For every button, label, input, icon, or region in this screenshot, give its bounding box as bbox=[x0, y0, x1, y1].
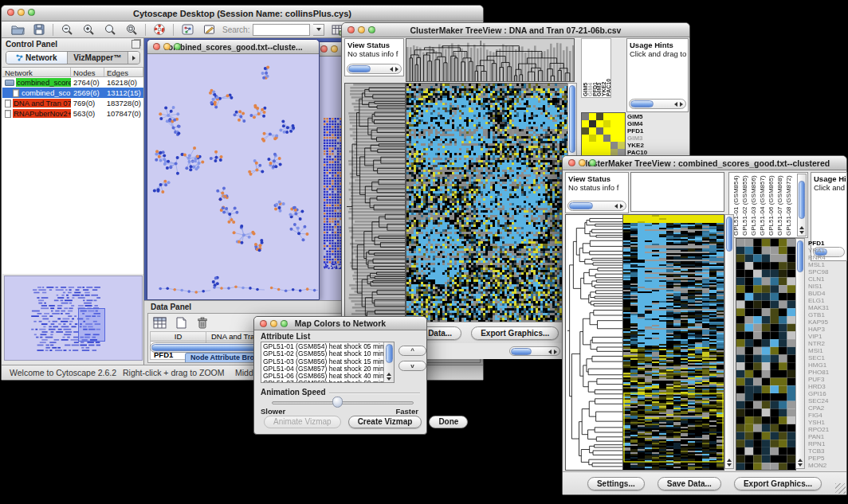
gene-label[interactable]: CPA2 bbox=[808, 404, 846, 412]
scrollbar-thumb[interactable] bbox=[386, 344, 393, 363]
gene-label[interactable]: NIS1 bbox=[808, 283, 846, 290]
scrollbar-thumb[interactable] bbox=[569, 202, 593, 209]
view-status-hscrollbar[interactable] bbox=[567, 201, 626, 211]
column-dendrogram-panel[interactable] bbox=[630, 172, 724, 212]
attribute-list-vscrollbar[interactable] bbox=[383, 342, 394, 382]
close-button[interactable] bbox=[568, 159, 575, 166]
column-header-id[interactable]: ID bbox=[151, 332, 206, 341]
scrollbar-thumb[interactable] bbox=[797, 240, 803, 272]
column-header-edges[interactable]: Edges bbox=[104, 68, 143, 76]
zoom-out-button[interactable] bbox=[59, 23, 75, 37]
zoom-selected-button[interactable] bbox=[124, 23, 139, 37]
scroll-down-icon[interactable] bbox=[387, 377, 391, 381]
close-button[interactable] bbox=[260, 320, 267, 327]
gene-label[interactable]: SEC1 bbox=[808, 354, 846, 361]
settings-button[interactable]: Settings... bbox=[587, 477, 645, 490]
scroll-right-icon[interactable] bbox=[395, 67, 398, 72]
close-button[interactable] bbox=[153, 43, 160, 50]
scroll-down-icon[interactable] bbox=[798, 463, 803, 467]
gene-label[interactable]: PUF3 bbox=[808, 376, 846, 383]
network-table-row[interactable]: combined_scores2764(0)16218(0) bbox=[2, 77, 143, 88]
minimize-button[interactable] bbox=[270, 320, 277, 327]
column-dendrogram[interactable] bbox=[406, 38, 575, 82]
scrollbar-thumb[interactable] bbox=[630, 100, 654, 107]
heatmap-vscrollbar[interactable] bbox=[724, 214, 734, 469]
gene-label[interactable]: TCB3 bbox=[808, 447, 846, 455]
overview-viewport-rect[interactable] bbox=[78, 308, 105, 342]
main-titlebar[interactable]: Cytoscape Desktop (Session Name: collins… bbox=[2, 6, 483, 21]
close-button[interactable] bbox=[320, 45, 328, 53]
done-button[interactable]: Done bbox=[429, 416, 468, 428]
gene-label[interactable]: HAP3 bbox=[808, 326, 846, 333]
scroll-up-icon[interactable] bbox=[798, 459, 803, 462]
gene-label[interactable]: RPO21 bbox=[808, 426, 846, 433]
network-graph-view[interactable] bbox=[148, 55, 318, 299]
gene-label[interactable]: RPN1 bbox=[808, 440, 846, 447]
scroll-up-icon[interactable] bbox=[799, 226, 804, 229]
gene-label[interactable]: NTR2 bbox=[808, 340, 846, 347]
dialog-titlebar[interactable]: Map Colors to Network bbox=[254, 317, 426, 330]
scroll-right-icon[interactable] bbox=[620, 204, 623, 209]
zoom-heatmap[interactable] bbox=[736, 238, 796, 471]
scrollbar-thumb[interactable] bbox=[511, 348, 532, 355]
animate-vizmap-button[interactable]: Animate Vizmap bbox=[264, 416, 341, 428]
help-lifesaver-button[interactable] bbox=[151, 23, 167, 37]
create-vizmap-button[interactable]: Create Vizmap bbox=[348, 416, 422, 428]
gene-label[interactable]: MON2 bbox=[808, 462, 846, 469]
zoom-fit-button[interactable] bbox=[102, 23, 118, 37]
minimize-button[interactable] bbox=[163, 43, 171, 50]
gene-label[interactable]: VIP1 bbox=[808, 333, 846, 340]
usage-hints-hscrollbar[interactable] bbox=[629, 99, 686, 109]
gene-label[interactable]: YRA1 bbox=[808, 247, 846, 254]
minimize-button[interactable] bbox=[579, 159, 586, 166]
minimize-button[interactable] bbox=[18, 9, 25, 16]
gene-label[interactable]: RNR4 bbox=[808, 254, 846, 261]
zoom-in-button[interactable] bbox=[80, 23, 96, 37]
animation-speed-slider[interactable] bbox=[272, 401, 414, 404]
gene-label[interactable]: GTB1 bbox=[808, 311, 846, 318]
scroll-up-icon[interactable] bbox=[387, 373, 391, 376]
scrollbar-thumb[interactable] bbox=[348, 65, 371, 72]
row-dendrogram[interactable] bbox=[344, 83, 406, 323]
scroll-up-icon[interactable] bbox=[727, 459, 732, 462]
annotation-button[interactable] bbox=[201, 23, 217, 37]
scroll-down-icon[interactable] bbox=[727, 463, 732, 467]
zoom-button[interactable] bbox=[589, 159, 596, 166]
row-dendrogram[interactable] bbox=[565, 214, 624, 471]
tab-network[interactable]: Network bbox=[6, 52, 68, 64]
move-up-button[interactable]: ^ bbox=[398, 346, 426, 356]
scroll-left-icon[interactable] bbox=[674, 102, 677, 107]
gene-label[interactable]: PEP5 bbox=[808, 455, 846, 462]
network-table-row[interactable]: RNAPuberNov2+563(0)107847(0) bbox=[2, 108, 143, 119]
gene-label[interactable]: HMG1 bbox=[808, 361, 846, 369]
attribute-listbox[interactable]: GPL51-01 (GSM854) heat shock 05 minGPL51… bbox=[261, 342, 395, 383]
new-attribute-button[interactable] bbox=[173, 315, 189, 330]
tab-overflow-button[interactable] bbox=[128, 52, 139, 64]
expression-heatmap[interactable] bbox=[622, 214, 724, 471]
minimize-button[interactable] bbox=[331, 45, 338, 53]
zoom-button[interactable] bbox=[174, 43, 181, 50]
scroll-left-icon[interactable] bbox=[390, 67, 393, 72]
column-header-network[interactable]: Network bbox=[2, 68, 71, 76]
gene-label[interactable]: YSH1 bbox=[808, 419, 846, 426]
gene-label[interactable]: PFD1 bbox=[808, 240, 846, 247]
zoom-button[interactable] bbox=[281, 320, 288, 327]
gene-label[interactable]: ELG1 bbox=[808, 297, 846, 304]
gene-label[interactable]: BUD4 bbox=[808, 290, 846, 297]
correlation-mini-heatmap[interactable] bbox=[581, 112, 626, 157]
gene-label[interactable]: PHO81 bbox=[808, 369, 846, 376]
gene-label[interactable]: MAK31 bbox=[808, 304, 846, 311]
global-view-hscrollbar[interactable] bbox=[509, 346, 560, 356]
scroll-left-icon[interactable] bbox=[548, 350, 552, 354]
scroll-left-icon[interactable] bbox=[614, 204, 618, 209]
zoom-button[interactable] bbox=[28, 9, 35, 16]
scrollbar-thumb[interactable] bbox=[726, 217, 732, 252]
column-labels-vscrollbar[interactable] bbox=[797, 174, 807, 236]
network-window-titlebar[interactable]: combined_scores_good.txt--cluste... bbox=[147, 40, 319, 54]
network-tools-button[interactable] bbox=[179, 23, 195, 37]
resize-grip[interactable] bbox=[835, 483, 846, 494]
treeview2-titlebar[interactable]: ClusterMaker TreeView : combined_scores_… bbox=[563, 156, 846, 170]
scroll-right-icon[interactable] bbox=[554, 350, 557, 354]
zoom-vscrollbar[interactable] bbox=[795, 238, 805, 469]
gene-label[interactable]: SPC98 bbox=[808, 268, 846, 275]
